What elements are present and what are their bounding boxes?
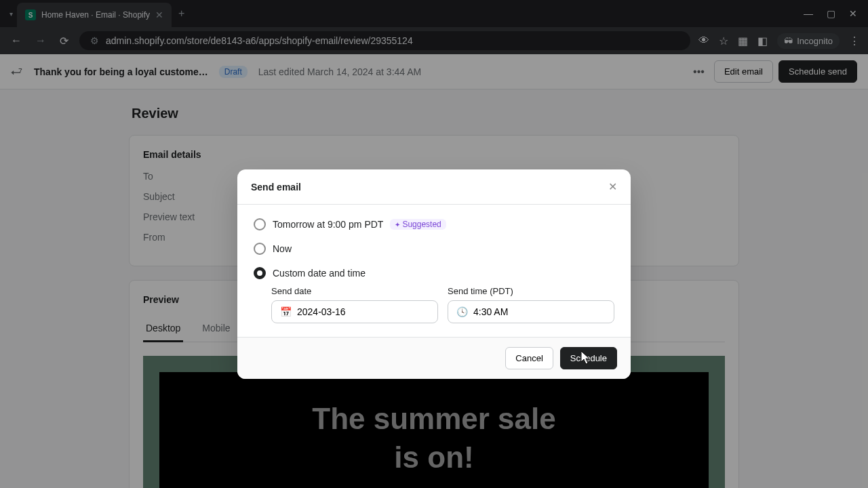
modal-footer: Cancel Schedule <box>237 337 631 379</box>
send-date-value: 2024-03-16 <box>297 306 346 317</box>
modal-title: Send email <box>251 182 301 192</box>
option-now[interactable]: Now <box>254 243 614 255</box>
send-date-input[interactable]: 📅 2024-03-16 <box>271 300 438 323</box>
option-now-label: Now <box>273 243 292 254</box>
option-custom[interactable]: Custom date and time <box>254 267 614 279</box>
suggested-badge: Suggested <box>390 219 446 230</box>
radio-icon[interactable] <box>254 218 266 230</box>
modal-header: Send email ✕ <box>237 169 631 205</box>
cancel-button[interactable]: Cancel <box>505 347 553 369</box>
calendar-icon: 📅 <box>280 306 292 317</box>
option-tomorrow-label: Tomorrow at 9:00 pm PDT <box>273 219 383 230</box>
modal-body: Tomorrow at 9:00 pm PDT Suggested Now Cu… <box>237 205 631 337</box>
send-date-label: Send date <box>271 286 438 296</box>
option-tomorrow[interactable]: Tomorrow at 9:00 pm PDT Suggested <box>254 218 614 230</box>
radio-icon[interactable] <box>254 243 266 255</box>
send-time-label: Send time (PDT) <box>448 286 614 296</box>
schedule-button[interactable]: Schedule <box>560 347 617 369</box>
radio-icon[interactable] <box>254 267 266 279</box>
send-time-value: 4:30 AM <box>473 306 508 317</box>
date-time-inputs: Send date 📅 2024-03-16 Send time (PDT) 🕓… <box>271 286 614 323</box>
clock-icon: 🕓 <box>456 306 468 317</box>
close-icon[interactable]: ✕ <box>608 180 617 193</box>
send-email-modal: Send email ✕ Tomorrow at 9:00 pm PDT Sug… <box>237 169 631 379</box>
send-time-input[interactable]: 🕓 4:30 AM <box>448 300 614 323</box>
modal-overlay[interactable]: Send email ✕ Tomorrow at 9:00 pm PDT Sug… <box>0 0 868 488</box>
option-custom-label: Custom date and time <box>273 268 366 279</box>
